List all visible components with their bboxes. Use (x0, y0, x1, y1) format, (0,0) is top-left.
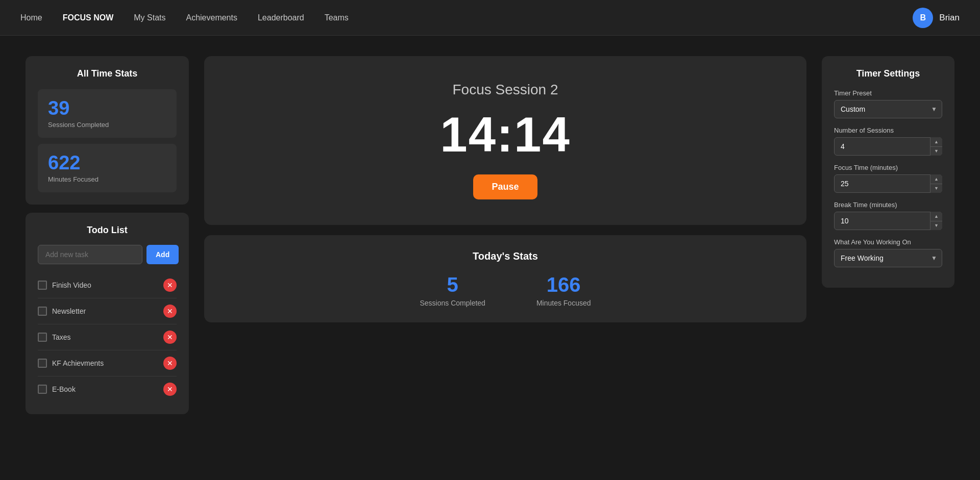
nav-teams[interactable]: Teams (325, 13, 349, 22)
todo-delete-0[interactable]: ✕ (163, 279, 177, 292)
todo-text-1: Newsletter (52, 307, 158, 315)
focus-time-up-arrow[interactable]: ▲ (930, 174, 942, 184)
today-stats-card: Today's Stats 5 Sessions Completed 166 M… (204, 235, 806, 322)
today-minutes-value: 166 (536, 274, 591, 295)
sessions-stat-box: 39 Sessions Completed (38, 89, 177, 138)
todo-list-title: Todo List (38, 225, 177, 236)
nav-user-section: B Brian (913, 8, 960, 28)
add-task-button[interactable]: Add (146, 245, 179, 264)
break-time-up-arrow[interactable]: ▲ (930, 212, 942, 221)
minutes-value: 622 (48, 153, 166, 172)
break-time-input[interactable]: 10 (834, 212, 942, 230)
todo-checkbox-1[interactable] (38, 307, 47, 316)
list-item: Newsletter ✕ (38, 298, 177, 324)
todo-input-row: Add (38, 245, 177, 264)
sessions-group: Number of Sessions 4 ▲ ▼ (834, 127, 942, 156)
minutes-stat-box: 622 Minutes Focused (38, 144, 177, 192)
minutes-label: Minutes Focused (48, 175, 166, 183)
focus-timer-display: 14:14 (440, 110, 571, 159)
list-item: Finish Video ✕ (38, 272, 177, 298)
today-sessions-value: 5 (420, 274, 485, 295)
todo-checkbox-3[interactable] (38, 359, 47, 368)
username-label: Brian (939, 13, 960, 23)
all-time-stats-title: All Time Stats (38, 68, 177, 79)
break-time-arrows: ▲ ▼ (930, 212, 942, 230)
working-on-select[interactable]: Free Working Study Work Exercise (834, 249, 942, 267)
nav-leaderboard[interactable]: Leaderboard (258, 13, 304, 22)
nav-achievements[interactable]: Achievements (186, 13, 237, 22)
todo-delete-2[interactable]: ✕ (163, 331, 177, 344)
sessions-up-arrow[interactable]: ▲ (930, 137, 942, 147)
focus-time-input[interactable]: 25 (834, 174, 942, 193)
working-on-group: What Are You Working On Free Working Stu… (834, 238, 942, 267)
preset-select[interactable]: Pomodoro Custom Short Break Long Break (834, 100, 942, 118)
pause-button[interactable]: Pause (473, 174, 537, 199)
list-item: KF Achievments ✕ (38, 350, 177, 376)
left-panel: All Time Stats 39 Sessions Completed 622… (26, 56, 189, 414)
sessions-input[interactable]: 4 (834, 137, 942, 156)
focus-session-title: Focus Session 2 (453, 82, 558, 98)
todo-text-0: Finish Video (52, 281, 158, 289)
right-panel: Timer Settings Timer Preset Pomodoro Cus… (822, 56, 954, 288)
today-sessions-stat: 5 Sessions Completed (420, 274, 485, 307)
break-time-group: Break Time (minutes) 10 ▲ ▼ (834, 201, 942, 230)
todo-text-3: KF Achievments (52, 359, 158, 367)
list-item: E-Book ✕ (38, 376, 177, 402)
today-minutes-stat: 166 Minutes Focused (536, 274, 591, 307)
break-time-label: Break Time (minutes) (834, 201, 942, 209)
focus-time-arrows: ▲ ▼ (930, 174, 942, 193)
timer-settings-title: Timer Settings (834, 68, 942, 79)
navbar: Home FOCUS NOW My Stats Achievements Lea… (0, 0, 980, 36)
todo-delete-1[interactable]: ✕ (163, 305, 177, 318)
todo-checkbox-2[interactable] (38, 333, 47, 342)
preset-group: Timer Preset Pomodoro Custom Short Break… (834, 89, 942, 118)
sessions-input-label: Number of Sessions (834, 127, 942, 134)
preset-label: Timer Preset (834, 89, 942, 97)
todo-checkbox-4[interactable] (38, 385, 47, 394)
todo-delete-3[interactable]: ✕ (163, 357, 177, 370)
focus-time-down-arrow[interactable]: ▼ (930, 184, 942, 193)
todo-delete-4[interactable]: ✕ (163, 383, 177, 396)
today-stats-row: 5 Sessions Completed 166 Minutes Focused (225, 274, 786, 307)
todo-list-card: Todo List Add Finish Video ✕ Newsletter … (26, 213, 189, 414)
nav-home[interactable]: Home (20, 13, 42, 22)
break-time-down-arrow[interactable]: ▼ (930, 221, 942, 231)
nav-focus-now[interactable]: FOCUS NOW (63, 13, 114, 22)
working-on-label: What Are You Working On (834, 238, 942, 246)
timer-settings-card: Timer Settings Timer Preset Pomodoro Cus… (822, 56, 954, 288)
today-minutes-label: Minutes Focused (536, 299, 591, 307)
center-panel: Focus Session 2 14:14 Pause Today's Stat… (204, 56, 806, 322)
sessions-down-arrow[interactable]: ▼ (930, 147, 942, 156)
nav-my-stats[interactable]: My Stats (134, 13, 165, 22)
nav-links: Home FOCUS NOW My Stats Achievements Lea… (20, 13, 349, 22)
sessions-label: Sessions Completed (48, 121, 166, 129)
all-time-stats-card: All Time Stats 39 Sessions Completed 622… (26, 56, 189, 205)
todo-text-2: Taxes (52, 333, 158, 341)
list-item: Taxes ✕ (38, 324, 177, 350)
today-sessions-label: Sessions Completed (420, 299, 485, 307)
todo-checkbox-0[interactable] (38, 281, 47, 290)
todo-input[interactable] (38, 245, 142, 264)
avatar: B (913, 8, 933, 28)
today-stats-title: Today's Stats (225, 250, 786, 262)
focus-session-card: Focus Session 2 14:14 Pause (204, 56, 806, 225)
todo-text-4: E-Book (52, 385, 158, 393)
sessions-arrows: ▲ ▼ (930, 137, 942, 156)
focus-time-label: Focus Time (minutes) (834, 164, 942, 171)
sessions-value: 39 (48, 98, 166, 118)
main-layout: All Time Stats 39 Sessions Completed 622… (0, 36, 980, 435)
focus-time-group: Focus Time (minutes) 25 ▲ ▼ (834, 164, 942, 193)
